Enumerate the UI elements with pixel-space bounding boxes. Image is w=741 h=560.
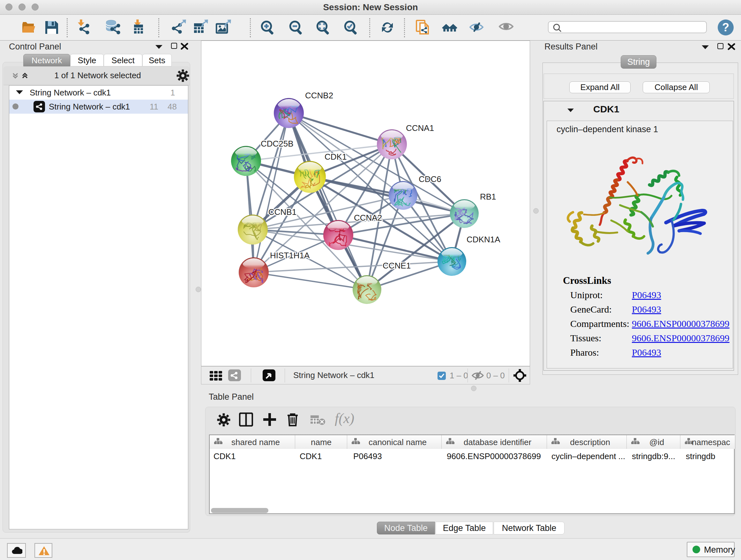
svg-text:CCNA2: CCNA2 [354,213,382,223]
svg-text:CDC6: CDC6 [419,174,441,184]
svg-text:CCNE1: CCNE1 [383,261,411,270]
svg-text:CCNB1: CCNB1 [268,207,296,217]
svg-text:HIST1H1A: HIST1H1A [270,251,310,260]
svg-text:CCNB2: CCNB2 [305,91,333,100]
svg-text:CDKN1A: CDKN1A [467,235,500,244]
svg-text:CCNA1: CCNA1 [406,123,434,133]
svg-text:?: ? [722,21,729,34]
svg-text:CDC25B: CDC25B [261,139,293,148]
svg-text:RB1: RB1 [480,192,496,201]
svg-text:CDK1: CDK1 [325,152,347,162]
